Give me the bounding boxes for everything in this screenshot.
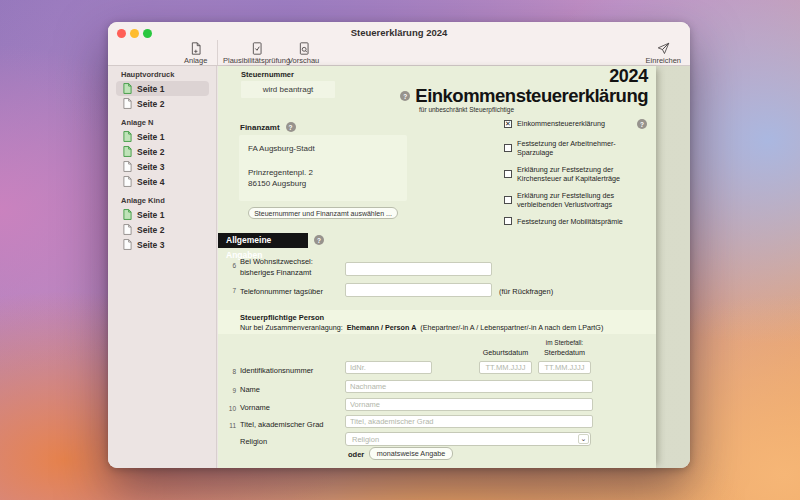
sidebar-item-label: Seite 2 bbox=[137, 225, 164, 235]
geburtsdatum-input[interactable] bbox=[479, 361, 532, 374]
sidebar-item-label: Seite 1 bbox=[137, 132, 164, 142]
finanzamt-label: Finanzamt bbox=[240, 123, 280, 132]
checkbox-checked[interactable]: ✕ bbox=[504, 120, 512, 128]
toolbar-divider bbox=[217, 40, 218, 65]
identifikationsnummer-label: Identifikationsnummer bbox=[240, 366, 313, 375]
declaration-row-festsetzung-der-mobilitaetspraemie: Festsetzung der Mobilitätsprämie bbox=[504, 217, 650, 227]
telefonnummer-label: Telefonnummer tagsüber bbox=[240, 287, 323, 296]
sidebar-item-anlage-kind-seite-1[interactable]: Seite 1 bbox=[116, 207, 209, 222]
row-number: 7 bbox=[222, 287, 236, 294]
form-paper: Steuernummer wird beantragt 2024 ? Einko… bbox=[218, 66, 656, 468]
religion-select[interactable]: Religion ⌄ bbox=[345, 432, 591, 446]
sterbedatum-column-header: Sterbedatum bbox=[538, 348, 591, 357]
form-year: 2024 bbox=[609, 66, 648, 87]
titlebar[interactable]: Steuererklärung 2024 bbox=[108, 22, 690, 42]
checkbox-unchecked[interactable] bbox=[504, 217, 512, 225]
telefonnummer-input[interactable] bbox=[345, 283, 492, 297]
person-section-header: Steuerpflichtige Person Nur bei Zusammen… bbox=[218, 310, 656, 334]
document-magnifier-icon bbox=[298, 42, 310, 55]
window-chrome: Steuererklärung 2024 Anlage bbox=[108, 22, 690, 66]
wohnsitzwechsel-label: Bei Wohnsitzwechsel: bisheriges Finanzam… bbox=[240, 257, 313, 278]
vorschau-button[interactable]: Vorschau bbox=[288, 42, 319, 65]
zoom-button[interactable] bbox=[143, 29, 152, 38]
checkbox-label: Erklärung zur Feststellung des verbleibe… bbox=[517, 191, 639, 210]
bisheriges-finanzamt-input[interactable] bbox=[345, 262, 492, 276]
einreichen-button[interactable]: Einreichen bbox=[646, 42, 681, 65]
sidebar-item-anlage-n-seite-4[interactable]: Seite 4 bbox=[116, 174, 209, 189]
minimize-button[interactable] bbox=[130, 29, 139, 38]
document-icon bbox=[123, 131, 132, 142]
document-icon bbox=[123, 224, 132, 235]
sidebar: HauptvordruckSeite 1Seite 2Anlage NSeite… bbox=[108, 66, 217, 468]
window-title: Steuererklärung 2024 bbox=[108, 22, 690, 43]
checkbox-unchecked[interactable] bbox=[504, 170, 512, 178]
help-icon[interactable]: ? bbox=[400, 91, 410, 101]
checkbox-label: Einkommensteuererklärung bbox=[517, 119, 639, 129]
sidebar-item-anlage-kind-seite-2[interactable]: Seite 2 bbox=[116, 222, 209, 237]
toolbar: Anlage Plausibilitätsprüfung bbox=[108, 42, 690, 66]
document-icon bbox=[123, 176, 132, 187]
sidebar-item-anlage-n-seite-2[interactable]: Seite 2 bbox=[116, 144, 209, 159]
sidebar-item-anlage-n-seite-1[interactable]: Seite 1 bbox=[116, 129, 209, 144]
titel-label: Titel, akademischer Grad bbox=[240, 420, 324, 429]
checkbox-label: Erklärung zur Festsetzung der Kirchenste… bbox=[517, 165, 639, 184]
sidebar-item-label: Seite 3 bbox=[137, 240, 164, 250]
rueckfragen-hint: (für Rückfragen) bbox=[499, 287, 553, 296]
name-input[interactable] bbox=[345, 380, 593, 393]
sidebar-section-title-anlage-n: Anlage N bbox=[108, 117, 216, 129]
declaration-row-erklaerung-zur-festsetzung-der-kirchenst: Erklärung zur Festsetzung der Kirchenste… bbox=[504, 165, 650, 184]
sidebar-item-label: Seite 3 bbox=[137, 162, 164, 172]
form-title: Einkommensteuererklärung bbox=[415, 85, 648, 107]
row-number: 8 bbox=[222, 368, 236, 375]
checkbox-label: Festsetzung der Mobilitätsprämie bbox=[517, 217, 639, 227]
person-subtitle: Nur bei Zusammenveranlagung: Ehemann / P… bbox=[240, 323, 603, 332]
sterbedatum-input[interactable] bbox=[538, 361, 591, 374]
sidebar-sections: HauptvordruckSeite 1Seite 2Anlage NSeite… bbox=[108, 69, 216, 252]
steuernummer-label: Steuernummer bbox=[241, 70, 294, 79]
vorname-input[interactable] bbox=[345, 398, 593, 411]
app-window: Steuererklärung 2024 Anlage bbox=[108, 22, 690, 468]
declaration-row-erklaerung-zur-feststellung-des-verbleib: Erklärung zur Feststellung des verbleibe… bbox=[504, 191, 650, 210]
name-label: Name bbox=[240, 385, 260, 394]
sidebar-item-label: Seite 1 bbox=[137, 210, 164, 220]
document-check-icon bbox=[251, 42, 263, 55]
titel-input[interactable] bbox=[345, 415, 593, 428]
row-number: 9 bbox=[222, 387, 236, 394]
declaration-row-einkommensteuererklaerung: ✕Einkommensteuererklärung? bbox=[504, 119, 650, 129]
document-icon bbox=[123, 161, 132, 172]
religion-placeholder: Religion bbox=[346, 435, 578, 444]
checkbox-label: Festsetzung der Arbeitnehmer-Sparzulage bbox=[517, 139, 639, 158]
sidebar-section-title-hauptvordruck: Hauptvordruck bbox=[108, 69, 216, 81]
checkbox-unchecked[interactable] bbox=[504, 196, 512, 204]
sidebar-item-anlage-kind-seite-3[interactable]: Seite 3 bbox=[116, 237, 209, 252]
plausibilitaetspruefung-button[interactable]: Plausibilitätsprüfung bbox=[223, 42, 290, 65]
checkbox-unchecked[interactable] bbox=[504, 144, 512, 152]
allgemeine-angaben-header: Allgemeine Angaben bbox=[218, 233, 308, 248]
geburtsdatum-column-header: Geburtsdatum bbox=[479, 348, 532, 357]
steuernummer-value[interactable]: wird beantragt bbox=[241, 81, 335, 98]
chevron-down-icon: ⌄ bbox=[578, 434, 589, 444]
sidebar-item-label: Seite 2 bbox=[137, 147, 164, 157]
identifikationsnummer-input[interactable] bbox=[345, 361, 432, 374]
finanzamt-city: 86150 Augsburg bbox=[248, 179, 306, 188]
sidebar-item-hauptvordruck-seite-1[interactable]: Seite 1 bbox=[116, 81, 209, 96]
document-icon bbox=[123, 209, 132, 220]
document-icon bbox=[123, 146, 132, 157]
choose-finanzamt-button[interactable]: Steuernummer und Finanzamt auswählen ... bbox=[248, 207, 398, 219]
help-icon[interactable]: ? bbox=[286, 122, 296, 132]
religion-label: Religion bbox=[240, 437, 267, 446]
form-subtitle: für unbeschränkt Steuerpflichtige bbox=[419, 106, 514, 113]
monatsweise-angabe-button[interactable]: monatsweise Angabe bbox=[369, 447, 453, 460]
help-icon[interactable]: ? bbox=[314, 235, 324, 245]
finanzamt-name: FA Augsburg-Stadt bbox=[248, 144, 315, 153]
sidebar-item-hauptvordruck-seite-2[interactable]: Seite 2 bbox=[116, 96, 209, 111]
sidebar-section-title-anlage-kind: Anlage Kind bbox=[108, 195, 216, 207]
sidebar-item-anlage-n-seite-3[interactable]: Seite 3 bbox=[116, 159, 209, 174]
sterbefall-column-note: im Sterbefall: bbox=[538, 339, 591, 346]
sidebar-item-label: Seite 2 bbox=[137, 99, 164, 109]
help-icon[interactable]: ? bbox=[637, 119, 647, 129]
anlage-button[interactable]: Anlage bbox=[184, 42, 207, 65]
document-icon bbox=[123, 239, 132, 250]
person-title: Steuerpflichtige Person bbox=[240, 313, 324, 322]
close-button[interactable] bbox=[117, 29, 126, 38]
